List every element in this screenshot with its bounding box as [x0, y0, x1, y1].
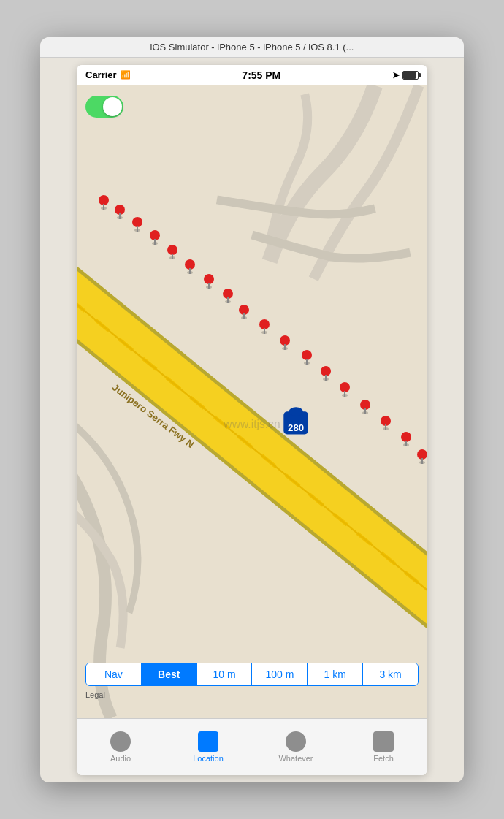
- tab-label-audio: Audio: [110, 754, 131, 763]
- segment-btn-1km[interactable]: 1 km: [308, 663, 363, 685]
- status-time: 7:55 PM: [242, 69, 280, 81]
- map-pin: [302, 350, 312, 365]
- battery-fill: [403, 72, 416, 79]
- toggle-switch[interactable]: [85, 96, 123, 118]
- map-pin: [401, 432, 411, 446]
- map-pin: [321, 366, 331, 381]
- map-pin: [115, 205, 125, 219]
- whatever-icon: [286, 731, 306, 752]
- svg-text:www.itjs.cn: www.itjs.cn: [223, 418, 280, 430]
- map-pin: [132, 217, 142, 232]
- carrier-label: Carrier: [85, 69, 117, 80]
- tab-label-fetch: Fetch: [373, 754, 394, 763]
- audio-icon: [110, 731, 131, 752]
- map-pin: [280, 335, 290, 350]
- status-right: ➤: [392, 70, 419, 80]
- map-pin: [223, 289, 233, 303]
- legal-text: Legal: [85, 690, 105, 699]
- segment-control: Nav Best 10 m 100 m 1 km 3 km: [85, 663, 419, 686]
- segment-bar: Nav Best 10 m 100 m 1 km 3 km: [85, 663, 419, 686]
- map-pin: [150, 230, 160, 245]
- map-area: Junipero Serra Fwy N 280 www.itjs.cn: [77, 85, 427, 718]
- tab-item-audio[interactable]: Audio: [77, 731, 164, 763]
- status-bar: Carrier 📶 7:55 PM ➤: [77, 65, 427, 85]
- map-pin: [185, 259, 195, 274]
- tab-label-whatever: Whatever: [278, 754, 313, 763]
- tab-item-location[interactable]: Location: [164, 731, 252, 763]
- fetch-icon: [373, 731, 394, 752]
- tab-item-fetch[interactable]: Fetch: [340, 731, 427, 763]
- location-arrow-icon: ➤: [392, 70, 400, 80]
- map-pin: [360, 400, 370, 414]
- svg-point-8: [289, 407, 303, 416]
- svg-text:280: 280: [288, 422, 304, 433]
- map-pin: [381, 416, 391, 430]
- map-pin: [340, 382, 350, 397]
- tab-item-whatever[interactable]: Whatever: [252, 731, 340, 763]
- map-background: Junipero Serra Fwy N 280 www.itjs.cn: [77, 85, 427, 718]
- segment-btn-100m[interactable]: 100 m: [252, 663, 308, 685]
- tab-bar: Audio Location Whatever Fetch: [77, 718, 427, 775]
- status-left: Carrier 📶: [85, 69, 131, 80]
- tab-label-location: Location: [193, 754, 224, 763]
- map-pin: [99, 195, 109, 210]
- iphone-frame: Carrier 📶 7:55 PM ➤: [77, 65, 427, 775]
- map-pin: [167, 245, 177, 259]
- segment-btn-nav[interactable]: Nav: [86, 663, 142, 685]
- wifi-icon: 📶: [121, 70, 131, 80]
- map-pin: [204, 274, 214, 289]
- simulator-window: iOS Simulator - iPhone 5 - iPhone 5 / iO…: [40, 37, 464, 782]
- map-pin: [259, 319, 270, 334]
- map-pin: [239, 305, 249, 319]
- title-bar: iOS Simulator - iPhone 5 - iPhone 5 / iO…: [40, 37, 464, 58]
- segment-btn-3km[interactable]: 3 km: [363, 663, 418, 685]
- segment-btn-best[interactable]: Best: [142, 663, 197, 685]
- segment-btn-10m[interactable]: 10 m: [197, 663, 253, 685]
- toggle-container[interactable]: [85, 96, 123, 118]
- battery-icon: [402, 71, 419, 80]
- toggle-knob: [103, 97, 122, 116]
- title-text: iOS Simulator - iPhone 5 - iPhone 5 / iO…: [150, 42, 354, 53]
- map-pin: [417, 449, 427, 464]
- location-icon: [198, 731, 218, 752]
